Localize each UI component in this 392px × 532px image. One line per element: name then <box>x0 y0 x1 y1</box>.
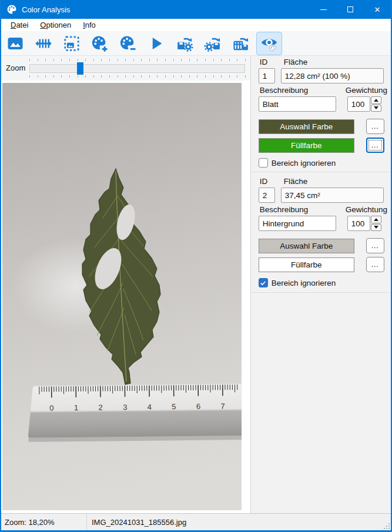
measure-icon <box>35 35 52 52</box>
open-image-icon <box>6 35 24 52</box>
svg-text:0: 0 <box>49 403 53 412</box>
add-color-icon <box>91 35 109 52</box>
svg-text:6: 6 <box>196 402 200 411</box>
statusbar-zoom: Zoom: 18,20% <box>1 514 87 530</box>
fill-color-button[interactable]: Füllfarbe <box>259 257 354 272</box>
svg-text:5: 5 <box>172 402 176 411</box>
area-field: 12,28 cm² (100 %) <box>281 68 384 83</box>
weight-label: Gewichtung <box>346 205 387 214</box>
menubar: Datei Optionen Info <box>1 19 391 31</box>
select-region-icon <box>63 35 81 52</box>
svg-text:3: 3 <box>123 403 127 411</box>
export-table-button[interactable] <box>228 32 254 55</box>
statusbar: Zoom: 18,20% IMG_20241031_185556.jpg <box>1 513 391 530</box>
load-settings-button[interactable] <box>200 32 226 55</box>
spinner-down-button[interactable] <box>371 224 381 232</box>
photo-svg: 01234567 <box>2 83 242 510</box>
menu-info[interactable]: Info <box>78 19 101 31</box>
maximize-icon <box>347 6 353 12</box>
area-field: 37,45 cm² <box>281 188 384 203</box>
fill-color-button[interactable]: Füllfarbe <box>259 138 354 153</box>
selection-color-more-button[interactable]: ... <box>366 119 384 134</box>
region-panel: ID Fläche 1 12,28 cm² (100 %) Beschreibu… <box>250 56 391 513</box>
fill-color-more-button[interactable]: ... <box>366 257 384 272</box>
open-image-button[interactable] <box>2 32 28 55</box>
minimize-button[interactable] <box>310 0 337 19</box>
svg-text:1: 1 <box>74 403 78 412</box>
window-title: Color Analysis <box>22 5 70 14</box>
description-label: Beschreibung <box>260 86 309 95</box>
ignore-region-row[interactable]: Bereich ignorieren <box>259 158 336 168</box>
weight-field[interactable]: 100 <box>347 96 370 112</box>
zoom-slider[interactable] <box>29 64 245 73</box>
weight-field[interactable]: 100 <box>347 216 370 231</box>
region-group-1: ID Fläche 1 12,28 cm² (100 %) Beschreibu… <box>251 56 391 172</box>
zoom-slider-thumb[interactable] <box>77 62 83 75</box>
slider-ticks-bottom <box>29 75 245 78</box>
save-settings-icon <box>176 35 193 52</box>
remove-color-icon <box>119 35 137 52</box>
load-settings-icon <box>204 35 222 52</box>
ignore-region-label: Bereich ignorieren <box>272 159 336 168</box>
ignore-region-row[interactable]: Bereich ignorieren <box>259 278 336 287</box>
menu-optionen[interactable]: Optionen <box>35 19 76 31</box>
add-color-button[interactable] <box>87 32 113 55</box>
selection-color-more-button[interactable]: ... <box>366 238 384 253</box>
area-label: Fläche <box>284 58 308 66</box>
palette-icon <box>6 4 17 15</box>
svg-text:2: 2 <box>98 403 102 412</box>
id-field[interactable]: 1 <box>259 68 275 83</box>
menu-datei[interactable]: Datei <box>5 19 33 31</box>
image-canvas[interactable]: 01234567 <box>1 81 250 513</box>
zoom-label: Zoom <box>6 63 25 72</box>
select-region-button[interactable] <box>59 32 85 55</box>
measure-button[interactable] <box>31 32 56 55</box>
description-field[interactable]: Blatt <box>259 96 336 112</box>
spinner-down-button[interactable] <box>371 105 381 112</box>
close-icon: ✕ <box>374 6 381 14</box>
run-analysis-button[interactable] <box>143 32 169 55</box>
check-icon <box>260 280 266 286</box>
selection-color-button[interactable]: Auswahl Farbe <box>259 239 354 253</box>
svg-text:4: 4 <box>148 403 152 411</box>
description-field[interactable]: Hintergrund <box>259 216 336 231</box>
export-table-icon <box>232 35 250 52</box>
region-group-2: ID Fläche 2 37,45 cm² Beschreibung Gewic… <box>251 172 391 293</box>
description-label: Beschreibung <box>260 205 309 214</box>
slider-ticks-top <box>29 59 245 61</box>
id-label: ID <box>260 177 268 186</box>
fill-color-more-button[interactable]: ... <box>366 138 384 153</box>
spinner-up-button[interactable] <box>371 216 381 223</box>
arrow-up-icon <box>374 99 378 102</box>
titlebar: Color Analysis ✕ <box>1 0 391 19</box>
ignore-region-checkbox[interactable] <box>259 278 268 287</box>
remove-color-button[interactable] <box>115 32 141 55</box>
arrow-down-icon <box>374 226 378 229</box>
minimize-icon <box>320 9 327 10</box>
arrow-up-icon <box>374 218 378 221</box>
preview-colors-button[interactable] <box>256 32 282 55</box>
svg-text:7: 7 <box>220 401 225 410</box>
selection-color-button[interactable]: Auswahl Farbe <box>259 119 354 134</box>
ruler: 01234567 <box>28 384 242 442</box>
maximize-button[interactable] <box>337 0 364 19</box>
weight-spinner <box>371 96 381 112</box>
preview-colors-icon <box>260 35 278 52</box>
id-label: ID <box>260 58 268 66</box>
id-field[interactable]: 2 <box>259 188 275 203</box>
ignore-region-checkbox[interactable] <box>259 158 268 168</box>
run-analysis-icon <box>148 35 165 52</box>
statusbar-filename: IMG_20241031_185556.jpg <box>87 514 391 530</box>
toolbar <box>1 31 391 56</box>
save-settings-button[interactable] <box>172 32 197 55</box>
zoom-control-row: Zoom <box>1 56 250 81</box>
arrow-down-icon <box>374 106 378 109</box>
close-button[interactable]: ✕ <box>364 0 391 19</box>
app-window: Color Analysis ✕ Datei Optionen Info <box>0 0 392 532</box>
resize-grip-icon[interactable] <box>384 523 390 529</box>
area-label: Fläche <box>284 177 308 186</box>
spinner-up-button[interactable] <box>371 96 381 104</box>
ignore-region-label: Bereich ignorieren <box>272 279 336 287</box>
weight-spinner <box>371 216 381 231</box>
weight-label: Gewichtung <box>346 86 387 95</box>
